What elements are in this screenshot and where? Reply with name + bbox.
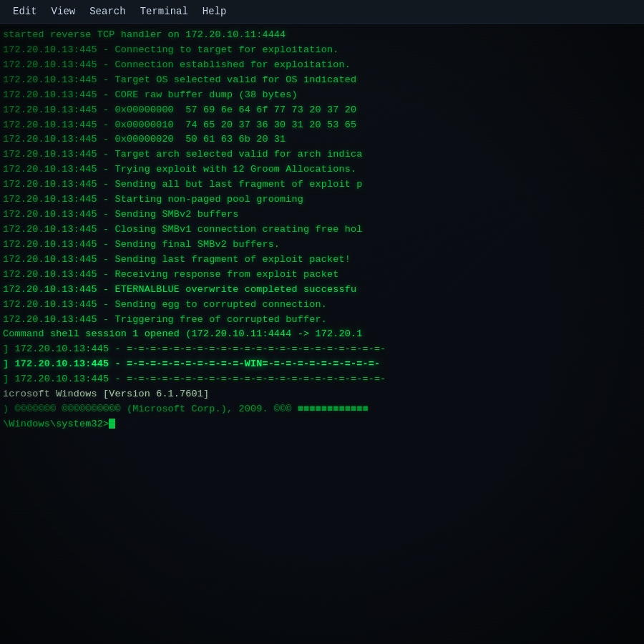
terminal-line: Command shell session 1 opened (172.20.1…	[3, 327, 641, 342]
menu-item-view[interactable]: View	[44, 4, 83, 19]
terminal-line: ] 172.20.10.13:445 - =-=-=-=-=-=-=-=-=-=…	[3, 357, 641, 372]
terminal-line: ] 172.20.10.13:445 - =-=-=-=-=-=-=-=-=-=…	[3, 342, 641, 357]
terminal-line: 172.20.10.13:445 - 0x00000020 50 61 63 6…	[3, 132, 641, 147]
menu-item-terminal[interactable]: Terminal	[133, 4, 195, 19]
menu-item-search[interactable]: Search	[82, 4, 132, 19]
terminal-line: 172.20.10.13:445 - Trying exploit with 1…	[3, 162, 641, 177]
terminal-body[interactable]: started reverse TCP handler on 172.20.10…	[0, 24, 644, 644]
terminal-line: 172.20.10.13:445 - Connecting to target …	[3, 43, 641, 58]
terminal-line: ) ©©©©©©© ©©©©©©©©©© (Microsoft Corp.), …	[3, 402, 641, 417]
terminal-line: 172.20.10.13:445 - Sending egg to corrup…	[3, 298, 641, 313]
cursor	[109, 419, 115, 429]
terminal-line: 172.20.10.13:445 - Target arch selected …	[3, 147, 641, 162]
terminal-line: 172.20.10.13:445 - Closing SMBv1 connect…	[3, 223, 641, 238]
terminal-line: 172.20.10.13:445 - Sending SMBv2 buffers	[3, 208, 641, 223]
terminal-line: 172.20.10.13:445 - Sending all but last …	[3, 177, 641, 192]
terminal-line: 172.20.10.13:445 - Triggering free of co…	[3, 313, 641, 328]
terminal-line: 172.20.10.13:445 - Starting non-paged po…	[3, 192, 641, 208]
terminal-line: 172.20.10.13:445 - Target OS selected va…	[3, 73, 641, 88]
terminal-line: started reverse TCP handler on 172.20.10…	[3, 28, 641, 43]
terminal-line: 172.20.10.13:445 - CORE raw buffer dump …	[3, 88, 641, 103]
menu-bar: EditViewSearchTerminalHelp	[0, 0, 644, 24]
terminal-window: EditViewSearchTerminalHelp started rever…	[0, 0, 644, 644]
terminal-line: 172.20.10.13:445 - Receiving response fr…	[3, 268, 641, 283]
menu-item-help[interactable]: Help	[195, 4, 234, 19]
terminal-line: 172.20.10.13:445 - Connection establishe…	[3, 58, 641, 73]
terminal-line: 172.20.10.13:445 - 0x00000010 74 65 20 3…	[3, 118, 641, 133]
terminal-line: 172.20.10.13:445 - Sending final SMBv2 b…	[3, 238, 641, 253]
terminal-line: \Windows\system32>	[3, 417, 641, 432]
terminal-line: 172.20.10.13:445 - Sending last fragment…	[3, 253, 641, 268]
menu-item-edit[interactable]: Edit	[6, 4, 44, 19]
terminal-line: icrosoft Windows [Version 6.1.7601]	[3, 387, 641, 402]
terminal-line: 172.20.10.13:445 - ETERNALBLUE overwrite…	[3, 283, 641, 298]
terminal-line: ] 172.20.10.13:445 - =-=-=-=-=-=-=-=-=-=…	[3, 372, 641, 387]
terminal-line: 172.20.10.13:445 - 0x00000000 57 69 6e 6…	[3, 103, 641, 118]
